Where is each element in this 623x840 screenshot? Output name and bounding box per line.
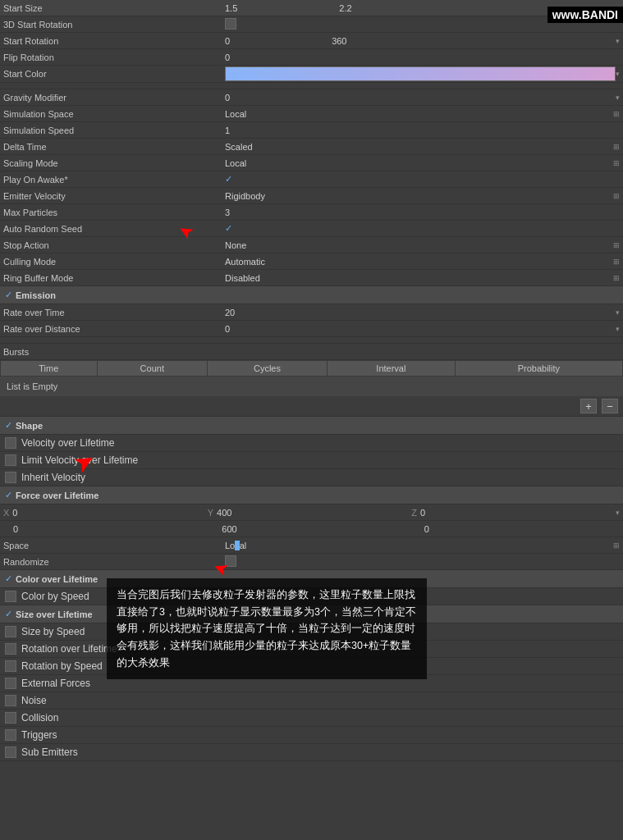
delta-time-value[interactable]: Scaled — [225, 142, 613, 152]
noise-checkbox[interactable] — [5, 695, 16, 706]
velocity-over-lifetime-checkbox[interactable] — [5, 437, 16, 449]
size-by-speed-label: Size by Speed — [21, 626, 85, 637]
collision-checkbox[interactable] — [5, 712, 16, 724]
inherit-velocity-checkbox[interactable] — [5, 472, 16, 483]
play-on-awake-check[interactable]: ✓ — [225, 174, 232, 184]
flip-rotation-value[interactable]: 0 — [225, 52, 620, 62]
delta-time-arrow[interactable]: ⊞ — [613, 143, 620, 151]
color-over-lifetime-section[interactable]: ✓ Color over Lifetime — [0, 570, 623, 588]
force-x-val[interactable]: 0 — [12, 508, 17, 518]
gravity-modifier-value[interactable]: 0 — [225, 93, 616, 103]
emission-section-header[interactable]: ✓ Emission — [0, 286, 623, 304]
max-particles-value[interactable]: 3 — [225, 208, 620, 217]
force-z2-val[interactable]: 0 — [424, 524, 429, 534]
force-space-arrow[interactable]: ⊞ — [613, 541, 620, 550]
scaling-mode-arrow[interactable]: ⊞ — [613, 159, 620, 167]
size-over-lifetime-section[interactable]: ✓ Size over Lifetime — [0, 605, 623, 623]
stop-action-arrow[interactable]: ⊞ — [613, 241, 620, 249]
rotation-by-speed-checkbox[interactable] — [5, 660, 16, 672]
triggers-label: Triggers — [21, 729, 57, 741]
rotation-by-speed-section[interactable]: Rotation by Speed — [0, 658, 623, 675]
rotation-over-lifetime-section[interactable]: Rotation over Lifetime — [0, 641, 623, 658]
force-x2-val[interactable]: 0 — [13, 524, 18, 534]
gravity-modifier-arrow[interactable]: ▾ — [616, 94, 620, 102]
color-over-lifetime-check[interactable]: ✓ — [5, 573, 12, 584]
rate-over-time-value[interactable]: 20 — [225, 308, 616, 317]
scaling-mode-value[interactable]: Local — [225, 158, 613, 168]
rotation-over-lifetime-checkbox[interactable] — [5, 643, 16, 655]
color-by-speed-section[interactable]: Color by Speed — [0, 588, 623, 605]
simulation-speed-value[interactable]: 1 — [225, 126, 620, 135]
limit-velocity-section[interactable]: Limit Velocity over Lifetime — [0, 452, 623, 469]
force-over-lifetime-section[interactable]: ✓ Force over Lifetime — [0, 486, 623, 504]
3d-start-rotation-row: 3D Start Rotation — [0, 16, 623, 33]
emission-check[interactable]: ✓ — [5, 290, 12, 300]
ring-buffer-mode-arrow[interactable]: ⊞ — [613, 274, 620, 282]
bursts-label-row: Bursts — [0, 344, 623, 360]
auto-random-seed-check[interactable]: ✓ — [225, 223, 232, 233]
sub-emitters-section[interactable]: Sub Emitters — [0, 744, 623, 761]
force-y2-val[interactable]: 600 — [222, 524, 236, 534]
start-color-value[interactable] — [225, 66, 616, 81]
start-size-min[interactable]: 1.5 — [225, 3, 237, 13]
spacer — [0, 83, 623, 89]
rotation-over-lifetime-label: Rotation over Lifetime — [21, 643, 117, 655]
shape-check[interactable]: ✓ — [5, 420, 12, 431]
velocity-over-lifetime-section[interactable]: Velocity over Lifetime — [0, 435, 623, 452]
rate-over-distance-arrow[interactable]: ▾ — [616, 325, 620, 333]
force-x-col: X 0 — [3, 508, 208, 518]
force-y-col: Y 400 — [208, 508, 412, 518]
delta-time-label: Delta Time — [3, 142, 225, 152]
start-rotation-min[interactable]: 0 — [225, 36, 230, 46]
culling-mode-arrow[interactable]: ⊞ — [613, 258, 620, 266]
randomize-value — [225, 555, 620, 568]
ring-buffer-mode-value[interactable]: Disabled — [225, 273, 613, 283]
external-forces-section[interactable]: External Forces — [0, 675, 623, 692]
force-over-lifetime-label: Force over Lifetime — [16, 491, 98, 500]
force-z-val[interactable]: 0 — [420, 508, 425, 518]
simulation-space-value[interactable]: Local — [225, 109, 613, 119]
noise-section[interactable]: Noise — [0, 692, 623, 710]
stop-action-value[interactable]: None — [225, 240, 613, 250]
bursts-remove-button[interactable]: − — [602, 399, 618, 413]
max-particles-row: Max Particles 3 — [0, 204, 623, 221]
rotation-by-speed-label: Rotation by Speed — [21, 660, 103, 672]
force-space-value[interactable]: Local — [225, 541, 613, 550]
start-rotation-arrow[interactable]: ▾ — [616, 37, 620, 45]
force-y-val[interactable]: 400 — [217, 508, 231, 518]
culling-mode-value[interactable]: Automatic — [225, 257, 613, 267]
force-xyz-arrow[interactable]: ▾ — [616, 509, 620, 517]
sub-emitters-checkbox[interactable] — [5, 746, 16, 758]
play-on-awake-label: Play On Awake* — [3, 175, 225, 185]
randomize-row: Randomize — [0, 554, 623, 570]
3d-start-rotation-checkbox[interactable] — [225, 18, 236, 30]
size-by-speed-checkbox[interactable] — [5, 626, 16, 637]
simulation-space-arrow[interactable]: ⊞ — [613, 110, 620, 118]
size-over-lifetime-check[interactable]: ✓ — [5, 609, 12, 619]
culling-mode-label: Culling Mode — [3, 257, 225, 267]
bursts-add-button[interactable]: + — [580, 399, 597, 413]
bursts-footer: + − — [0, 396, 623, 417]
emitter-velocity-value[interactable]: Rigidbody — [225, 191, 613, 201]
rate-over-distance-value[interactable]: 0 — [225, 324, 616, 334]
shape-section-header[interactable]: ✓ Shape — [0, 417, 623, 435]
start-color-arrow[interactable]: ▾ — [616, 70, 620, 78]
noise-label: Noise — [21, 695, 47, 706]
color-by-speed-checkbox[interactable] — [5, 591, 16, 602]
randomize-label: Randomize — [3, 557, 225, 567]
size-by-speed-section[interactable]: Size by Speed — [0, 623, 623, 641]
triggers-section[interactable]: Triggers — [0, 727, 623, 744]
collision-section[interactable]: Collision — [0, 710, 623, 727]
inherit-velocity-section[interactable]: Inherit Velocity — [0, 469, 623, 486]
force-over-lifetime-check[interactable]: ✓ — [5, 490, 12, 500]
emitter-velocity-arrow[interactable]: ⊞ — [613, 192, 620, 200]
randomize-checkbox[interactable] — [225, 555, 236, 567]
auto-random-seed-value: ✓ — [225, 223, 620, 234]
start-size-max[interactable]: 2.2 — [339, 3, 351, 13]
start-rotation-max[interactable]: 360 — [332, 36, 346, 46]
external-forces-checkbox[interactable] — [5, 678, 16, 689]
limit-velocity-checkbox[interactable] — [5, 454, 16, 466]
triggers-checkbox[interactable] — [5, 729, 16, 741]
rate-over-time-arrow[interactable]: ▾ — [616, 308, 620, 317]
start-color-bar[interactable] — [225, 66, 616, 81]
